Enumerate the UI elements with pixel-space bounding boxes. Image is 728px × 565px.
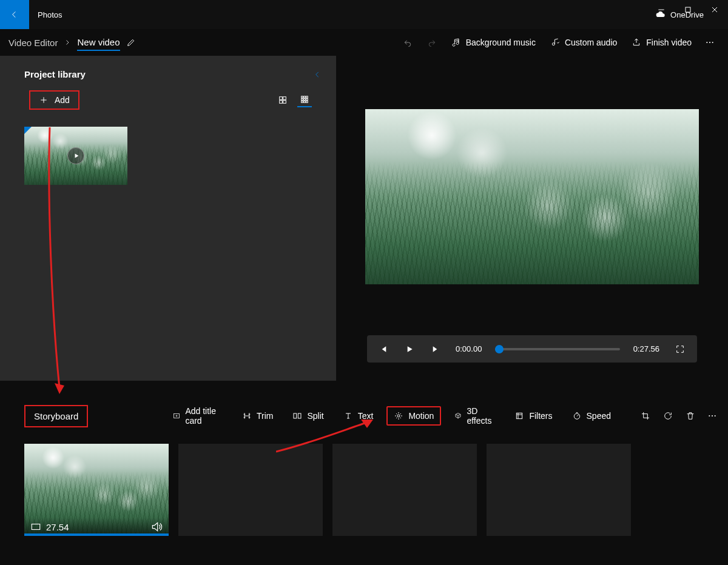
selected-corner-marker [24, 127, 32, 134]
resize-button[interactable] [638, 406, 653, 426]
storyboard-clips: 27.54 [24, 444, 704, 536]
svg-point-24 [709, 415, 710, 416]
chevron-right-icon [64, 39, 71, 46]
fullscreen-button[interactable] [673, 342, 687, 356]
text-label: Text [358, 411, 374, 421]
clip-progress-indicator [24, 533, 169, 536]
view-large-tiles[interactable] [275, 93, 290, 107]
finish-video-button[interactable]: Finish video [625, 34, 698, 51]
undo-button[interactable] [397, 34, 419, 51]
storyboard-clip[interactable]: 27.54 [24, 444, 169, 536]
plus-icon [39, 95, 49, 105]
svg-rect-12 [302, 99, 303, 101]
3d-effects-button[interactable]: 3D effects [448, 403, 501, 429]
more-horizontal-icon [705, 38, 715, 47]
storyboard-empty-slot[interactable] [332, 444, 477, 536]
fullscreen-icon [675, 344, 685, 354]
3d-effects-icon [454, 411, 462, 421]
playback-controls: 0:00.00 0:27.56 [367, 335, 697, 363]
svg-point-4 [712, 42, 713, 43]
motion-icon [394, 411, 403, 421]
svg-rect-10 [304, 96, 306, 98]
svg-rect-16 [304, 101, 306, 103]
storyboard-more-button[interactable] [705, 406, 720, 426]
volume-icon[interactable] [150, 521, 163, 533]
next-frame-button[interactable] [428, 342, 442, 356]
play-button[interactable] [402, 342, 417, 356]
svg-point-21 [397, 415, 400, 417]
next-frame-icon [430, 344, 440, 354]
storyboard-empty-slot[interactable] [487, 444, 631, 536]
svg-rect-27 [32, 524, 40, 530]
library-items [0, 110, 336, 185]
minimize-icon [656, 5, 666, 15]
view-toggles [275, 93, 312, 107]
maximize-button[interactable] [675, 0, 701, 19]
svg-rect-6 [283, 97, 286, 100]
back-button[interactable] [0, 0, 29, 29]
library-clip[interactable] [24, 127, 127, 185]
custom-audio-icon [550, 38, 560, 47]
text-button[interactable]: Text [337, 407, 380, 424]
preview-panel: 0:00.00 0:27.56 [336, 56, 728, 381]
project-library-title: Project library [24, 69, 86, 79]
window-controls [648, 0, 728, 19]
svg-rect-11 [306, 96, 308, 98]
motion-button[interactable]: Motion [386, 406, 441, 426]
title-card-icon [173, 411, 180, 421]
svg-rect-13 [304, 99, 306, 101]
storyboard-title: Storyboard [24, 405, 88, 427]
svg-rect-5 [280, 97, 283, 100]
split-button[interactable]: Split [286, 407, 329, 424]
more-button[interactable] [700, 34, 720, 51]
preview-image [365, 109, 699, 284]
trash-icon [686, 411, 695, 421]
svg-point-2 [706, 42, 707, 43]
close-button[interactable] [701, 0, 728, 19]
scrubber[interactable] [495, 348, 619, 350]
total-duration: 0:27.56 [633, 344, 659, 353]
preview-video[interactable] [365, 109, 699, 284]
storyboard-toolbar: Add title card Trim Split Text Motion 3D… [167, 403, 720, 429]
speed-button[interactable]: Speed [566, 407, 617, 424]
add-label: Add [55, 95, 70, 105]
storyboard-empty-slot[interactable] [178, 444, 323, 536]
svg-rect-20 [298, 413, 302, 418]
storyboard-section: Storyboard Add title card Trim Split Tex… [0, 381, 728, 536]
redo-button[interactable] [421, 34, 443, 51]
filters-button[interactable]: Filters [508, 407, 558, 424]
svg-rect-0 [686, 7, 690, 12]
custom-audio-button[interactable]: Custom audio [544, 34, 623, 51]
pencil-icon[interactable] [126, 38, 136, 47]
aspect-icon [30, 521, 41, 532]
breadcrumb-parent[interactable]: Video Editor [8, 38, 58, 48]
rotate-icon [663, 411, 673, 421]
add-title-card-label: Add title card [185, 406, 223, 426]
breadcrumb-current[interactable]: New video [77, 37, 120, 51]
trim-button[interactable]: Trim [236, 407, 279, 424]
filters-icon [514, 411, 524, 421]
undo-icon [403, 38, 413, 47]
background-music-button[interactable]: Background music [445, 34, 542, 51]
add-title-card-button[interactable]: Add title card [167, 403, 229, 429]
svg-rect-14 [306, 99, 308, 101]
maximize-icon [683, 5, 693, 15]
svg-rect-7 [280, 101, 283, 104]
scrubber-handle[interactable] [495, 345, 504, 353]
svg-rect-8 [283, 101, 286, 104]
rotate-button[interactable] [661, 406, 676, 426]
add-button[interactable]: Add [29, 90, 79, 110]
split-label: Split [307, 411, 323, 421]
play-icon [405, 344, 414, 354]
delete-button[interactable] [682, 406, 698, 426]
main-area: Project library Add [0, 56, 728, 381]
crop-icon [641, 411, 650, 421]
chevron-left-icon[interactable] [313, 70, 322, 79]
svg-point-3 [709, 42, 710, 43]
prev-frame-button[interactable] [377, 342, 391, 356]
minimize-button[interactable] [648, 0, 675, 19]
redo-icon [427, 38, 437, 47]
view-small-tiles[interactable] [297, 93, 312, 107]
top-toolbar: Video Editor New video Background music … [0, 29, 728, 56]
trim-label: Trim [257, 411, 273, 421]
